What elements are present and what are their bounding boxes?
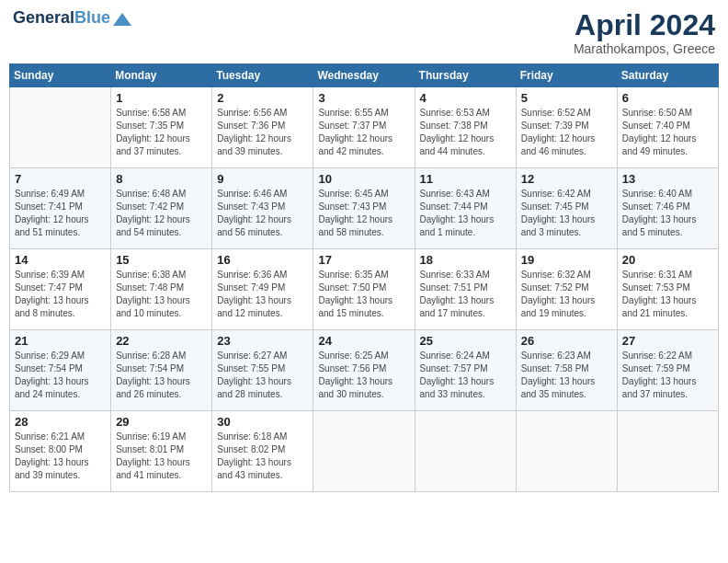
day-number: 11	[420, 172, 511, 186]
day-info: Sunrise: 6:21 AMSunset: 8:00 PMDaylight:…	[15, 431, 106, 482]
day-number: 20	[622, 253, 713, 267]
calendar-day-cell: 24Sunrise: 6:25 AMSunset: 7:56 PMDayligh…	[313, 330, 415, 411]
calendar-day-cell: 12Sunrise: 6:42 AMSunset: 7:45 PMDayligh…	[516, 168, 617, 249]
month-title: April 2024	[574, 9, 715, 41]
calendar-day-cell: 13Sunrise: 6:40 AMSunset: 7:46 PMDayligh…	[617, 168, 718, 249]
calendar-day-cell: 28Sunrise: 6:21 AMSunset: 8:00 PMDayligh…	[10, 411, 111, 492]
calendar-day-cell: 4Sunrise: 6:53 AMSunset: 7:38 PMDaylight…	[415, 87, 516, 168]
calendar-week-4: 21Sunrise: 6:29 AMSunset: 7:54 PMDayligh…	[10, 330, 719, 411]
day-info: Sunrise: 6:40 AMSunset: 7:46 PMDaylight:…	[622, 188, 713, 239]
day-info: Sunrise: 6:24 AMSunset: 7:57 PMDaylight:…	[420, 350, 511, 401]
day-number: 10	[318, 172, 409, 186]
calendar-day-cell: 7Sunrise: 6:49 AMSunset: 7:41 PMDaylight…	[10, 168, 111, 249]
day-number: 18	[420, 253, 511, 267]
day-info: Sunrise: 6:48 AMSunset: 7:42 PMDaylight:…	[116, 188, 207, 239]
calendar-day-cell: 10Sunrise: 6:45 AMSunset: 7:43 PMDayligh…	[313, 168, 415, 249]
calendar-day-cell: 1Sunrise: 6:58 AMSunset: 7:35 PMDaylight…	[111, 87, 212, 168]
day-number: 16	[217, 253, 308, 267]
day-info: Sunrise: 6:18 AMSunset: 8:02 PMDaylight:…	[217, 431, 308, 482]
day-number: 7	[15, 172, 106, 186]
day-number: 3	[318, 91, 409, 105]
day-info: Sunrise: 6:23 AMSunset: 7:58 PMDaylight:…	[521, 350, 612, 401]
page-header: GeneralBlue April 2024 Marathokampos, Gr…	[9, 9, 719, 56]
day-number: 12	[521, 172, 612, 186]
day-info: Sunrise: 6:39 AMSunset: 7:47 PMDaylight:…	[15, 269, 106, 320]
calendar-day-cell: 2Sunrise: 6:56 AMSunset: 7:36 PMDaylight…	[212, 87, 313, 168]
weekday-header-monday: Monday	[111, 64, 212, 87]
day-number: 9	[217, 172, 308, 186]
day-info: Sunrise: 6:55 AMSunset: 7:37 PMDaylight:…	[318, 107, 409, 158]
calendar-day-cell: 25Sunrise: 6:24 AMSunset: 7:57 PMDayligh…	[415, 330, 516, 411]
day-info: Sunrise: 6:58 AMSunset: 7:35 PMDaylight:…	[116, 107, 207, 158]
day-info: Sunrise: 6:49 AMSunset: 7:41 PMDaylight:…	[15, 188, 106, 239]
day-info: Sunrise: 6:19 AMSunset: 8:01 PMDaylight:…	[116, 431, 207, 482]
day-info: Sunrise: 6:27 AMSunset: 7:55 PMDaylight:…	[217, 350, 308, 401]
day-number: 8	[116, 172, 207, 186]
calendar-week-1: 1Sunrise: 6:58 AMSunset: 7:35 PMDaylight…	[10, 87, 719, 168]
day-info: Sunrise: 6:42 AMSunset: 7:45 PMDaylight:…	[521, 188, 612, 239]
day-number: 21	[15, 334, 106, 348]
day-number: 13	[622, 172, 713, 186]
calendar-day-cell: 11Sunrise: 6:43 AMSunset: 7:44 PMDayligh…	[415, 168, 516, 249]
day-info: Sunrise: 6:50 AMSunset: 7:40 PMDaylight:…	[622, 107, 713, 158]
svg-marker-0	[113, 13, 131, 26]
calendar-day-cell: 26Sunrise: 6:23 AMSunset: 7:58 PMDayligh…	[516, 330, 617, 411]
calendar-day-cell	[617, 411, 718, 492]
calendar-day-cell: 29Sunrise: 6:19 AMSunset: 8:01 PMDayligh…	[111, 411, 212, 492]
logo-icon	[113, 13, 131, 26]
day-number: 26	[521, 334, 612, 348]
weekday-header-tuesday: Tuesday	[212, 64, 313, 87]
weekday-header-saturday: Saturday	[617, 64, 718, 87]
day-info: Sunrise: 6:56 AMSunset: 7:36 PMDaylight:…	[217, 107, 308, 158]
calendar-day-cell: 20Sunrise: 6:31 AMSunset: 7:53 PMDayligh…	[617, 249, 718, 330]
day-info: Sunrise: 6:25 AMSunset: 7:56 PMDaylight:…	[318, 350, 409, 401]
day-info: Sunrise: 6:43 AMSunset: 7:44 PMDaylight:…	[420, 188, 511, 239]
calendar-day-cell: 15Sunrise: 6:38 AMSunset: 7:48 PMDayligh…	[111, 249, 212, 330]
day-info: Sunrise: 6:45 AMSunset: 7:43 PMDaylight:…	[318, 188, 409, 239]
weekday-header-sunday: Sunday	[10, 64, 111, 87]
day-info: Sunrise: 6:52 AMSunset: 7:39 PMDaylight:…	[521, 107, 612, 158]
calendar-day-cell: 23Sunrise: 6:27 AMSunset: 7:55 PMDayligh…	[212, 330, 313, 411]
calendar-table: SundayMondayTuesdayWednesdayThursdayFrid…	[9, 63, 719, 492]
calendar-day-cell	[415, 411, 516, 492]
day-number: 2	[217, 91, 308, 105]
weekday-header-wednesday: Wednesday	[313, 64, 415, 87]
calendar-day-cell: 19Sunrise: 6:32 AMSunset: 7:52 PMDayligh…	[516, 249, 617, 330]
day-number: 30	[217, 415, 308, 429]
day-info: Sunrise: 6:22 AMSunset: 7:59 PMDaylight:…	[622, 350, 713, 401]
day-info: Sunrise: 6:28 AMSunset: 7:54 PMDaylight:…	[116, 350, 207, 401]
calendar-day-cell: 21Sunrise: 6:29 AMSunset: 7:54 PMDayligh…	[10, 330, 111, 411]
weekday-header-friday: Friday	[516, 64, 617, 87]
day-number: 6	[622, 91, 713, 105]
calendar-week-3: 14Sunrise: 6:39 AMSunset: 7:47 PMDayligh…	[10, 249, 719, 330]
logo-text: GeneralBlue	[13, 9, 110, 28]
calendar-day-cell: 5Sunrise: 6:52 AMSunset: 7:39 PMDaylight…	[516, 87, 617, 168]
day-info: Sunrise: 6:53 AMSunset: 7:38 PMDaylight:…	[420, 107, 511, 158]
day-info: Sunrise: 6:29 AMSunset: 7:54 PMDaylight:…	[15, 350, 106, 401]
day-number: 25	[420, 334, 511, 348]
calendar-day-cell	[313, 411, 415, 492]
calendar-day-cell: 18Sunrise: 6:33 AMSunset: 7:51 PMDayligh…	[415, 249, 516, 330]
calendar-day-cell: 14Sunrise: 6:39 AMSunset: 7:47 PMDayligh…	[10, 249, 111, 330]
day-number: 28	[15, 415, 106, 429]
title-section: April 2024 Marathokampos, Greece	[574, 9, 715, 56]
day-info: Sunrise: 6:31 AMSunset: 7:53 PMDaylight:…	[622, 269, 713, 320]
calendar-day-cell: 6Sunrise: 6:50 AMSunset: 7:40 PMDaylight…	[617, 87, 718, 168]
calendar-day-cell: 9Sunrise: 6:46 AMSunset: 7:43 PMDaylight…	[212, 168, 313, 249]
calendar-day-cell: 8Sunrise: 6:48 AMSunset: 7:42 PMDaylight…	[111, 168, 212, 249]
day-number: 14	[15, 253, 106, 267]
day-info: Sunrise: 6:36 AMSunset: 7:49 PMDaylight:…	[217, 269, 308, 320]
day-info: Sunrise: 6:35 AMSunset: 7:50 PMDaylight:…	[318, 269, 409, 320]
day-info: Sunrise: 6:32 AMSunset: 7:52 PMDaylight:…	[521, 269, 612, 320]
calendar-day-cell: 3Sunrise: 6:55 AMSunset: 7:37 PMDaylight…	[313, 87, 415, 168]
calendar-day-cell: 16Sunrise: 6:36 AMSunset: 7:49 PMDayligh…	[212, 249, 313, 330]
day-number: 15	[116, 253, 207, 267]
calendar-week-5: 28Sunrise: 6:21 AMSunset: 8:00 PMDayligh…	[10, 411, 719, 492]
day-number: 29	[116, 415, 207, 429]
day-number: 1	[116, 91, 207, 105]
day-number: 4	[420, 91, 511, 105]
day-number: 22	[116, 334, 207, 348]
day-info: Sunrise: 6:38 AMSunset: 7:48 PMDaylight:…	[116, 269, 207, 320]
day-info: Sunrise: 6:33 AMSunset: 7:51 PMDaylight:…	[420, 269, 511, 320]
weekday-header-row: SundayMondayTuesdayWednesdayThursdayFrid…	[10, 64, 719, 87]
